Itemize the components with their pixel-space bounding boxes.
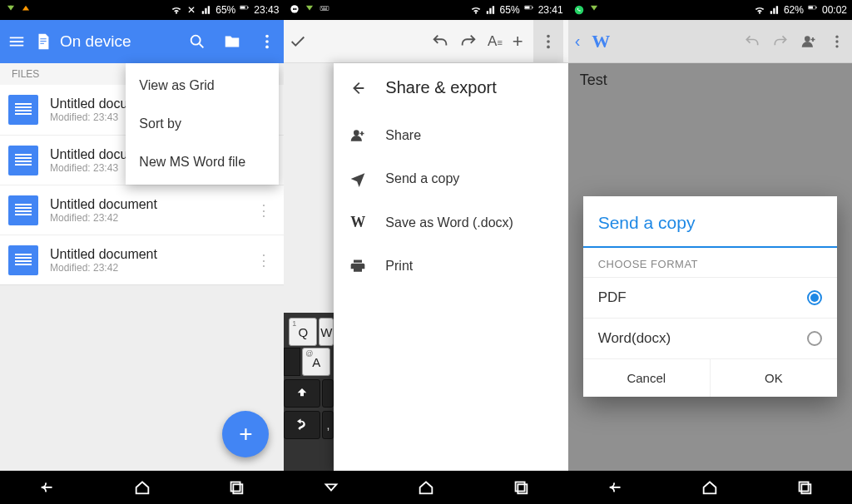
app-bar-title: On device: [60, 32, 181, 51]
key-edge[interactable]: [284, 348, 300, 376]
battery-text: 65%: [215, 4, 235, 16]
overflow-icon[interactable]: [257, 32, 277, 52]
hamburger-icon[interactable]: [7, 32, 27, 52]
svg-rect-3: [248, 7, 249, 8]
person-add-icon: [349, 127, 367, 144]
redo-icon[interactable]: [459, 32, 478, 51]
svg-point-23: [354, 130, 359, 136]
panel-item-label: Save as Word (.docx): [385, 215, 513, 230]
battery-text: 65%: [500, 4, 520, 16]
menu-view-as-grid[interactable]: View as Grid: [126, 67, 279, 105]
send-icon: [349, 170, 367, 187]
svg-point-5: [265, 35, 269, 38]
clock-text: 23:41: [538, 4, 563, 16]
file-row[interactable]: Untitled document Modified: 23:42 ⋮: [0, 185, 284, 235]
back-chevron-icon[interactable]: ‹: [575, 32, 581, 51]
undo-icon[interactable]: [744, 33, 760, 50]
svg-point-20: [547, 34, 550, 37]
svg-rect-18: [525, 7, 530, 9]
soft-keyboard[interactable]: 1Q W @A ,: [284, 313, 334, 471]
undo-icon[interactable]: [431, 32, 449, 51]
key-w[interactable]: W: [319, 318, 334, 346]
folder-icon[interactable]: [222, 32, 242, 52]
home-icon[interactable]: [417, 478, 435, 497]
dialog-cancel-button[interactable]: Cancel: [583, 359, 710, 397]
panel-item-print[interactable]: Print: [334, 245, 567, 288]
word-brand-icon: W: [592, 31, 610, 52]
dialog-subtitle: CHOOSE FORMAT: [583, 248, 837, 277]
radio-selected-icon: [807, 290, 822, 305]
svg-point-4: [191, 36, 201, 45]
menu-new-word-file[interactable]: New MS Word file: [126, 143, 279, 181]
panel-item-save-word[interactable]: W Save as Word (.docx): [334, 200, 567, 245]
key-swype[interactable]: [284, 411, 320, 439]
battery-icon: [523, 4, 535, 16]
key-comma[interactable]: ,: [322, 411, 334, 439]
svg-point-33: [835, 45, 838, 47]
svg-rect-2: [240, 7, 245, 9]
back-icon[interactable]: [322, 478, 340, 497]
file-row[interactable]: Untitled document Modified: 23:42 ⋮: [0, 235, 284, 284]
redo-icon[interactable]: [772, 33, 789, 50]
add-person-icon[interactable]: [800, 33, 817, 50]
home-icon[interactable]: [133, 478, 151, 497]
dialog-ok-button[interactable]: OK: [710, 359, 837, 397]
svg-rect-16: [322, 9, 327, 10]
row-overflow-icon[interactable]: ⋮: [255, 251, 272, 269]
download-icon: [5, 4, 17, 16]
word-icon: W: [349, 214, 367, 231]
panel-item-send-copy[interactable]: Send a copy: [334, 157, 567, 200]
svg-rect-14: [324, 7, 325, 8]
home-icon[interactable]: [701, 478, 719, 497]
editor-app-bar: A≡ +: [284, 20, 567, 63]
svg-rect-13: [323, 7, 324, 8]
back-arrow-icon[interactable]: [349, 79, 367, 97]
file-subtitle: Modified: 23:42: [50, 262, 244, 274]
svg-rect-0: [10, 6, 12, 9]
wifi-icon: [171, 4, 182, 16]
svg-point-32: [835, 40, 838, 42]
add-icon[interactable]: +: [513, 31, 523, 52]
app-bar: On device: [0, 20, 284, 63]
back-icon[interactable]: [607, 478, 625, 497]
svg-point-22: [547, 45, 550, 48]
key-q[interactable]: 1Q: [289, 318, 317, 346]
no-sim-icon: ✕: [186, 4, 197, 16]
svg-point-21: [547, 40, 550, 43]
dialog-option-word[interactable]: Word(docx): [583, 318, 837, 358]
menu-sort-by[interactable]: Sort by: [126, 105, 279, 143]
svg-rect-8: [231, 482, 240, 492]
status-bar: 65% 23:41: [284, 0, 567, 20]
status-bar: 62% 00:02: [568, 0, 852, 20]
send-copy-dialog: Send a copy CHOOSE FORMAT PDF Word(docx)…: [583, 196, 837, 397]
svg-point-6: [265, 40, 269, 43]
panel-title: Share & export: [385, 78, 496, 97]
search-icon[interactable]: [187, 32, 207, 52]
download-icon: [304, 4, 315, 16]
row-overflow-icon[interactable]: ⋮: [255, 201, 272, 220]
nav-bar: [0, 471, 284, 504]
key-z-edge[interactable]: [322, 379, 334, 408]
panel-item-label: Print: [385, 259, 413, 274]
recents-icon[interactable]: [227, 478, 245, 497]
recents-icon[interactable]: [512, 478, 530, 497]
text-format-icon[interactable]: A≡: [488, 33, 503, 50]
fab-new[interactable]: +: [222, 411, 269, 457]
panel-item-share[interactable]: Share: [334, 114, 567, 157]
dialog-option-pdf[interactable]: PDF: [583, 277, 837, 318]
panel-item-label: Send a copy: [385, 171, 459, 186]
overflow-icon[interactable]: [533, 20, 563, 63]
recents-icon[interactable]: [795, 478, 814, 497]
whatsapp-icon: [573, 4, 585, 16]
svg-rect-29: [815, 7, 816, 8]
back-icon[interactable]: [38, 478, 57, 497]
hangouts-icon: [289, 4, 300, 16]
key-shift[interactable]: [284, 379, 320, 408]
key-a[interactable]: @A: [302, 348, 330, 376]
file-subtitle: Modified: 23:42: [50, 212, 244, 224]
svg-rect-15: [326, 7, 327, 8]
svg-rect-34: [800, 482, 809, 492]
done-icon[interactable]: [289, 32, 307, 51]
overflow-icon[interactable]: [829, 33, 845, 50]
svg-rect-24: [515, 482, 524, 492]
